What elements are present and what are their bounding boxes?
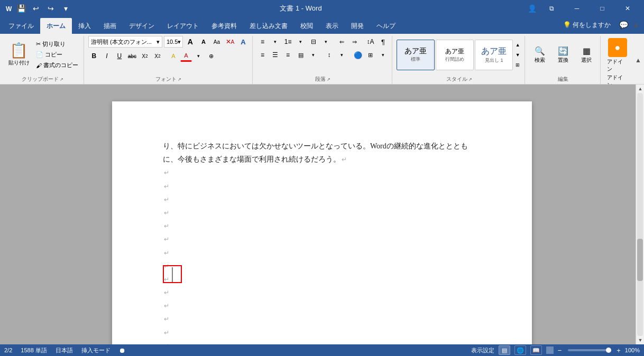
strikethrough-button[interactable]: abc: [126, 50, 138, 62]
restore-down-button[interactable]: ⧉: [539, 0, 564, 17]
ribbon-collapse-button[interactable]: ▲: [632, 17, 640, 33]
user-account-button[interactable]: 👤: [526, 2, 538, 15]
replace-button[interactable]: 🔄 置換: [553, 44, 574, 65]
scroll-down-button[interactable]: ▼: [636, 336, 644, 344]
tab-draw[interactable]: 描画: [97, 18, 123, 34]
font-name-selector[interactable]: 游明朝 (本文のフォン... ▾: [88, 36, 162, 48]
tell-me-button[interactable]: 💡 何をしますか: [559, 17, 615, 33]
shrink-font-button[interactable]: A: [198, 36, 209, 48]
vertical-scrollbar[interactable]: ▲ ▼: [636, 85, 644, 344]
input-mode-indicator[interactable]: 挿入モード: [81, 346, 111, 354]
numbering-button[interactable]: 1≡: [282, 36, 294, 48]
minimize-button[interactable]: ─: [565, 0, 589, 17]
style-heading1[interactable]: あア亜 見出し 1: [475, 40, 513, 70]
select-button[interactable]: ▦ 選択: [576, 44, 597, 65]
numbering-expand[interactable]: ▾: [295, 36, 307, 48]
maximize-button[interactable]: □: [590, 0, 614, 17]
zoom-level[interactable]: 100%: [625, 347, 640, 353]
multilevel-expand[interactable]: ▾: [320, 36, 332, 48]
bullets-button[interactable]: ≡: [257, 36, 269, 48]
underline-button[interactable]: U: [114, 50, 125, 62]
text-highlight-button[interactable]: A: [168, 50, 179, 62]
styles-scroll-up[interactable]: ▲: [514, 40, 521, 50]
subscript-button[interactable]: X2: [139, 50, 151, 62]
scroll-track[interactable]: [637, 93, 643, 336]
decrease-indent-button[interactable]: ⇐: [336, 36, 348, 48]
tab-review[interactable]: 校閲: [294, 18, 319, 34]
language-indicator[interactable]: 日本語: [56, 346, 73, 354]
clipboard-expand-icon[interactable]: ↗: [60, 77, 63, 82]
scroll-thumb[interactable]: [637, 239, 643, 281]
tab-home[interactable]: ホーム: [40, 18, 72, 34]
align-center-button[interactable]: ☰: [270, 49, 281, 61]
bold-button[interactable]: B: [88, 50, 100, 62]
ribbon-collapse-right[interactable]: ▲: [634, 36, 642, 84]
scroll-up-button[interactable]: ▲: [636, 85, 644, 93]
zoom-out-button[interactable]: −: [558, 346, 562, 354]
highlight-expand-button[interactable]: ⊕: [206, 50, 217, 62]
comments-icon[interactable]: 💬: [617, 18, 630, 31]
font-color-button[interactable]: A: [180, 50, 192, 62]
justify-expand[interactable]: ▾: [308, 49, 319, 61]
paragraph-expand-icon[interactable]: ↗: [327, 77, 330, 82]
line-spacing-button[interactable]: ↕: [324, 49, 335, 61]
clear-formatting-button[interactable]: ✕A: [224, 36, 236, 48]
view-settings-button[interactable]: 表示設定: [471, 346, 494, 354]
zoom-slider[interactable]: [568, 349, 610, 351]
zoom-in-button[interactable]: +: [617, 346, 621, 354]
sort-button[interactable]: ↕A: [365, 36, 376, 48]
show-formatting-button[interactable]: ¶: [378, 36, 389, 48]
tab-design[interactable]: デザイン: [123, 18, 161, 34]
read-mode-button[interactable]: 📖: [530, 345, 542, 355]
addin-button[interactable]: ● アドイン アドイン: [605, 36, 630, 91]
styles-expand-button[interactable]: ⊞: [514, 60, 521, 70]
increase-indent-button[interactable]: ⇒: [349, 36, 361, 48]
line-spacing-expand[interactable]: ▾: [336, 49, 348, 61]
print-layout-view-button[interactable]: ▤: [499, 345, 510, 355]
format-painter-button[interactable]: 🖌 書式のコピー: [34, 60, 80, 70]
tab-file[interactable]: ファイル: [2, 18, 40, 34]
style-standard-preview: あア亜: [404, 46, 427, 56]
word-count-indicator[interactable]: 1588 単語: [21, 346, 47, 354]
redo-button[interactable]: ↪: [44, 2, 57, 15]
paste-button[interactable]: 📋 貼り付け: [5, 38, 33, 72]
borders-expand[interactable]: ▾: [378, 49, 389, 61]
save-quickaccess-button[interactable]: 💾: [15, 2, 27, 15]
tab-insert[interactable]: 挿入: [72, 18, 97, 34]
multilevel-button[interactable]: ⊟: [308, 36, 319, 48]
superscript-button[interactable]: X2: [152, 50, 163, 62]
tab-view[interactable]: 表示: [319, 18, 345, 34]
web-layout-view-button[interactable]: 🌐: [514, 345, 526, 355]
shading-button[interactable]: 🔵: [352, 49, 364, 61]
font-expand-icon[interactable]: ↗: [178, 77, 181, 82]
tab-mailings[interactable]: 差し込み文書: [243, 18, 294, 34]
undo-button[interactable]: ↩: [30, 2, 42, 15]
style-line-spacing[interactable]: あア亜 行間詰め: [436, 40, 474, 70]
bullets-expand[interactable]: ▾: [270, 36, 281, 48]
text-effects-button[interactable]: A: [237, 36, 249, 48]
tab-layout[interactable]: レイアウト: [161, 18, 205, 34]
styles-expand-icon[interactable]: ↗: [468, 77, 472, 82]
align-left-button[interactable]: ≡: [257, 49, 269, 61]
copy-button[interactable]: 📄 コピー: [34, 50, 80, 60]
edit-group-content: 🔍 検索 🔄 置換 ▦ 選択: [529, 36, 597, 74]
font-color-expand-button[interactable]: ▾: [193, 50, 205, 62]
tab-developer[interactable]: 開発: [345, 18, 370, 34]
close-button[interactable]: ✕: [615, 0, 640, 17]
customize-quickaccess-button[interactable]: ▾: [59, 2, 72, 15]
page-indicator[interactable]: 2/2: [4, 347, 12, 353]
find-button[interactable]: 🔍 検索: [529, 44, 550, 65]
align-right-button[interactable]: ≡: [282, 49, 294, 61]
borders-button[interactable]: ⊞: [365, 49, 376, 61]
grow-font-button[interactable]: A: [185, 36, 196, 48]
document-page[interactable]: り、特にビジネスにおいては欠かせないツールとなっている。Wordの継続的な進化と…: [112, 101, 532, 344]
change-case-button[interactable]: Aa: [211, 36, 223, 48]
font-size-selector[interactable]: 10.5 ▾: [164, 36, 183, 48]
style-standard[interactable]: あア亜 標準: [397, 40, 435, 70]
cut-button[interactable]: ✂ 切り取り: [34, 39, 80, 49]
tab-help[interactable]: ヘルプ: [370, 18, 402, 34]
italic-button[interactable]: I: [101, 50, 113, 62]
tab-references[interactable]: 参考資料: [205, 18, 243, 34]
styles-scroll-down[interactable]: ▼: [514, 50, 521, 60]
justify-button[interactable]: ▤: [295, 49, 307, 61]
